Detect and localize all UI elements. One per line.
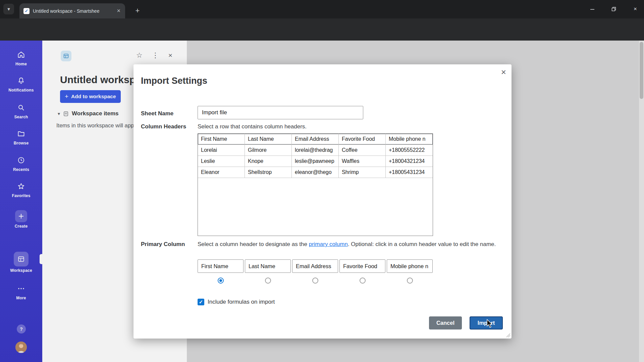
primary-column-link[interactable]: primary column bbox=[309, 241, 348, 247]
chevron-down-icon: ▾ bbox=[7, 6, 10, 12]
tab-close-icon[interactable]: × bbox=[116, 7, 121, 14]
cancel-button[interactable]: Cancel bbox=[429, 316, 462, 329]
preview-cell[interactable]: Last Name bbox=[245, 134, 292, 144]
browser-tabstrip: ▾ ✓ Untitled workspace - Smartshee × + × bbox=[0, 0, 644, 18]
preview-data-row[interactable]: LeslieKnopeleslie@pawneepWaffles+1800432… bbox=[198, 156, 433, 167]
primary-radio-cell bbox=[387, 278, 433, 284]
restore-icon bbox=[611, 7, 616, 11]
minimize-button[interactable] bbox=[586, 3, 599, 15]
mouse-cursor bbox=[486, 319, 495, 328]
include-formulas-row: ✓ Include formulas on import bbox=[198, 299, 275, 305]
preview-header-row[interactable]: First NameLast NameEmail AddressFavorite… bbox=[198, 134, 433, 145]
restore-button[interactable] bbox=[607, 3, 621, 15]
primary-column-radio[interactable] bbox=[360, 278, 366, 284]
new-tab-button[interactable]: + bbox=[133, 6, 142, 15]
preview-cell[interactable]: leslie@pawneep bbox=[292, 156, 339, 167]
browser-toolbar: app.smartsheet.com/workspaces/7GH2W5V35p… bbox=[0, 18, 644, 41]
preview-cell[interactable]: +18005552222 bbox=[386, 145, 433, 156]
tab-title: Untitled workspace - Smartshee bbox=[33, 8, 113, 14]
preview-cell[interactable]: Knope bbox=[245, 156, 292, 167]
column-headers-label: Column Headers bbox=[141, 123, 186, 130]
import-settings-dialog: × Import Settings Sheet Name Column Head… bbox=[133, 64, 512, 339]
preview-cell[interactable]: Coffee bbox=[339, 145, 386, 156]
include-formulas-checkbox[interactable]: ✓ bbox=[198, 299, 204, 305]
column-headers-hint: Select a row that contains column header… bbox=[198, 123, 307, 130]
preview-cell[interactable]: lorelai@thedrag bbox=[292, 145, 339, 156]
primary-column-header[interactable]: Last Name bbox=[245, 259, 291, 273]
browser-tab[interactable]: ✓ Untitled workspace - Smartshee × bbox=[19, 3, 125, 18]
primary-columns-row: First NameLast NameEmail AddressFavorite… bbox=[198, 259, 433, 273]
primary-radio-row bbox=[198, 278, 433, 284]
preview-cell[interactable]: Email Address bbox=[292, 134, 339, 144]
primary-column-radio[interactable] bbox=[218, 278, 224, 284]
hint-text-before: Select a column header to designate as t… bbox=[198, 241, 309, 247]
primary-column-header[interactable]: Favorite Food bbox=[339, 259, 385, 273]
primary-radio-cell bbox=[245, 278, 291, 284]
preview-cell[interactable]: eleanor@thego bbox=[292, 167, 339, 178]
tab-search-button[interactable]: ▾ bbox=[3, 4, 14, 14]
minimize-icon bbox=[590, 7, 595, 11]
preview-cell[interactable]: Lorelai bbox=[198, 145, 245, 156]
preview-cell[interactable]: First Name bbox=[198, 134, 245, 144]
window-controls: × bbox=[586, 3, 642, 15]
preview-cell[interactable]: +18004321234 bbox=[386, 156, 433, 167]
primary-column-header[interactable]: First Name bbox=[198, 259, 244, 273]
preview-cell[interactable]: Waffles bbox=[339, 156, 386, 167]
hint-text-after: . Optional: click in a column header val… bbox=[348, 241, 496, 247]
preview-cell[interactable]: +18005431234 bbox=[386, 167, 433, 178]
sheet-name-label: Sheet Name bbox=[141, 110, 173, 117]
preview-cell[interactable]: Mobile phone n bbox=[386, 134, 433, 144]
primary-radio-cell bbox=[292, 278, 338, 284]
dialog-close-icon[interactable]: × bbox=[501, 67, 506, 77]
preview-cell[interactable]: Leslie bbox=[198, 156, 245, 167]
import-preview-table[interactable]: First NameLast NameEmail AddressFavorite… bbox=[198, 133, 433, 236]
resize-handle[interactable] bbox=[505, 332, 511, 338]
primary-column-radio[interactable] bbox=[265, 278, 271, 284]
primary-column-header[interactable]: Email Address bbox=[292, 259, 338, 273]
primary-radio-cell bbox=[339, 278, 385, 284]
preview-data-row[interactable]: LorelaiGilmorelorelai@thedragCoffee+1800… bbox=[198, 145, 433, 156]
primary-column-radio[interactable] bbox=[407, 278, 413, 284]
include-formulas-label: Include formulas on import bbox=[208, 299, 275, 305]
dialog-title: Import Settings bbox=[141, 76, 207, 86]
primary-column-label: Primary Column bbox=[141, 241, 185, 248]
preview-cell[interactable]: Eleanor bbox=[198, 167, 245, 178]
preview-cell[interactable]: Shrimp bbox=[339, 167, 386, 178]
close-window-button[interactable]: × bbox=[629, 3, 642, 15]
preview-cell[interactable]: Favorite Food bbox=[339, 134, 386, 144]
preview-cell[interactable]: Shellstrop bbox=[245, 167, 292, 178]
smartsheet-favicon-icon: ✓ bbox=[23, 8, 30, 14]
primary-column-radio[interactable] bbox=[312, 278, 318, 284]
preview-cell[interactable]: Gilmore bbox=[245, 145, 292, 156]
primary-column-hint: Select a column header to designate as t… bbox=[198, 240, 498, 249]
preview-data-row[interactable]: EleanorShellstropeleanor@thegoShrimp+180… bbox=[198, 167, 433, 178]
sheet-name-input[interactable] bbox=[198, 106, 363, 119]
primary-radio-cell bbox=[198, 278, 244, 284]
primary-column-header[interactable]: Mobile phone n bbox=[387, 259, 433, 273]
